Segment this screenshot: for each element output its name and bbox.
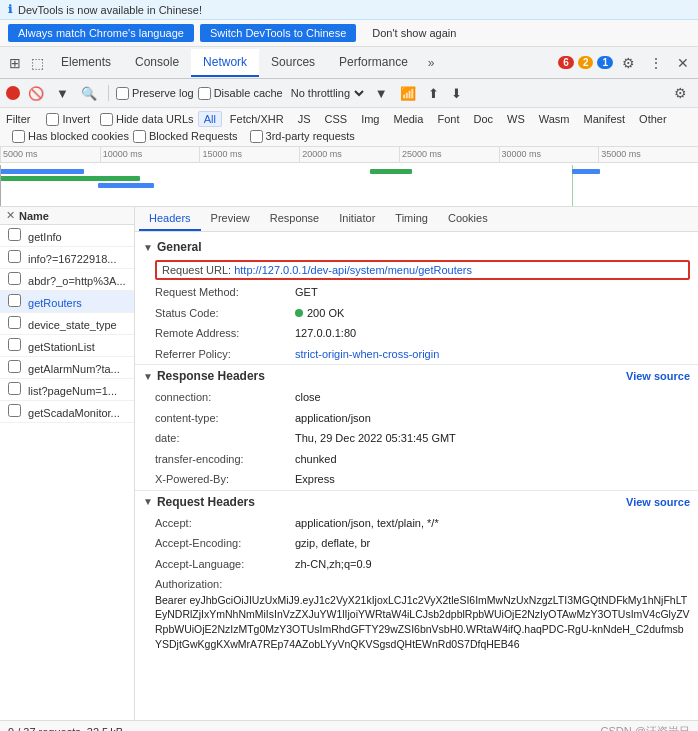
clear-button[interactable]: 🚫 (24, 85, 48, 102)
upload-icon[interactable]: ⬆ (424, 85, 443, 102)
detail-tab-response[interactable]: Response (260, 207, 330, 231)
more-options-icon[interactable]: ⋮ (644, 53, 668, 73)
tick-5: 25000 ms (399, 147, 499, 162)
search-button[interactable]: 🔍 (77, 85, 101, 102)
filter-type-manifest[interactable]: Manifest (578, 111, 632, 127)
general-section-header[interactable]: ▼ General (135, 236, 698, 258)
request-item-info[interactable]: info?=16722918... (0, 247, 134, 269)
request-item-getAlarmNum[interactable]: getAlarmNum?ta... (0, 357, 134, 379)
filter-type-doc[interactable]: Doc (467, 111, 499, 127)
message-badge: 1 (597, 56, 613, 69)
invert-label[interactable]: Invert (46, 113, 90, 126)
remote-address-value: 127.0.0.1:80 (295, 325, 356, 342)
request-checkbox-getStationList[interactable] (8, 338, 21, 351)
resp-content-type-val: application/json (295, 410, 371, 427)
response-headers-view-source[interactable]: View source (626, 370, 690, 382)
devtools-icon-2[interactable]: ⬚ (26, 53, 49, 73)
third-party-label[interactable]: 3rd-party requests (250, 130, 355, 143)
resp-x-powered-by-val: Express (295, 471, 335, 488)
filter-type-img[interactable]: Img (355, 111, 385, 127)
referrer-policy-row: Referrer Policy: strict-origin-when-cros… (135, 344, 698, 365)
request-list-panel: ✕ Name getInfo info?=16722918... abdr?_o… (0, 207, 135, 720)
download-icon[interactable]: ⬇ (447, 85, 466, 102)
detail-tab-initiator[interactable]: Initiator (329, 207, 385, 231)
request-method-key: Request Method: (155, 284, 295, 301)
preserve-log-checkbox[interactable] (116, 87, 129, 100)
record-button[interactable] (6, 86, 20, 100)
invert-checkbox[interactable] (46, 113, 59, 126)
request-item-list[interactable]: list?pageNum=1... (0, 379, 134, 401)
request-item-getRouters[interactable]: getRouters (0, 291, 134, 313)
request-headers-view-source[interactable]: View source (626, 496, 690, 508)
tick-6: 30000 ms (499, 147, 599, 162)
request-item-getInfo[interactable]: getInfo (0, 225, 134, 247)
close-icon[interactable]: ✕ (672, 53, 694, 73)
tick-7: 35000 ms (598, 147, 698, 162)
request-checkbox-getAlarmNum[interactable] (8, 360, 21, 373)
preserve-log-label[interactable]: Preserve log (116, 87, 194, 100)
filter-type-media[interactable]: Media (387, 111, 429, 127)
dont-show-again-button[interactable]: Don't show again (362, 24, 466, 42)
filter-type-font[interactable]: Font (431, 111, 465, 127)
close-panel-button[interactable]: ✕ (6, 209, 15, 222)
request-headers-section-header[interactable]: ▼ Request Headers View source (135, 491, 698, 513)
blocked-requests-label[interactable]: Blocked Requests (133, 130, 238, 143)
request-item-abdr[interactable]: abdr?_o=http%3A... (0, 269, 134, 291)
wifi-icon[interactable]: 📶 (396, 85, 420, 102)
devtools-icon-1[interactable]: ⊞ (4, 53, 26, 73)
settings-icon[interactable]: ⚙ (617, 53, 640, 73)
status-code-key: Status Code: (155, 305, 295, 322)
filter-type-other[interactable]: Other (633, 111, 673, 127)
hide-data-urls-checkbox[interactable] (100, 113, 113, 126)
settings-network-icon[interactable]: ⚙ (669, 83, 692, 103)
timeline-bar-2 (0, 176, 140, 181)
req-authorization-key: Authorization: (155, 576, 295, 593)
request-checkbox-getInfo[interactable] (8, 228, 21, 241)
request-item-getStationList[interactable]: getStationList (0, 335, 134, 357)
tab-performance[interactable]: Performance (327, 49, 420, 77)
filter-icon[interactable]: ▼ (52, 85, 73, 102)
tab-elements[interactable]: Elements (49, 49, 123, 77)
filter-type-wasm[interactable]: Wasm (533, 111, 576, 127)
filter-type-all[interactable]: All (198, 111, 222, 127)
filter-type-css[interactable]: CSS (319, 111, 354, 127)
request-checkbox-getRouters[interactable] (8, 294, 21, 307)
request-item-getScadaMonitor[interactable]: getScadaMonitor... (0, 401, 134, 423)
filter-type-fetchxhr[interactable]: Fetch/XHR (224, 111, 290, 127)
disable-cache-label[interactable]: Disable cache (198, 87, 283, 100)
request-checkbox-list[interactable] (8, 382, 21, 395)
network-timeline: 5000 ms 10000 ms 15000 ms 20000 ms 25000… (0, 147, 698, 207)
tab-network[interactable]: Network (191, 49, 259, 77)
switch-devtools-language-button[interactable]: Switch DevTools to Chinese (200, 24, 356, 42)
filter-type-ws[interactable]: WS (501, 111, 531, 127)
request-checkbox-info[interactable] (8, 250, 21, 263)
resp-connection-key: connection: (155, 389, 295, 406)
resp-content-type-key: content-type: (155, 410, 295, 427)
network-toolbar: 🚫 ▼ 🔍 Preserve log Disable cache No thro… (0, 79, 698, 108)
info-icon: ℹ (8, 3, 12, 16)
match-language-button[interactable]: Always match Chrome's language (8, 24, 194, 42)
response-headers-section-header[interactable]: ▼ Response Headers View source (135, 365, 698, 387)
filter-type-js[interactable]: JS (292, 111, 317, 127)
request-checkbox-abdr[interactable] (8, 272, 21, 285)
tab-sources[interactable]: Sources (259, 49, 327, 77)
request-item-device-state[interactable]: device_state_type (0, 313, 134, 335)
throttle-dropdown-icon[interactable]: ▼ (371, 85, 392, 102)
detail-tab-cookies[interactable]: Cookies (438, 207, 498, 231)
disable-cache-checkbox[interactable] (198, 87, 211, 100)
tab-console[interactable]: Console (123, 49, 191, 77)
detail-tab-headers[interactable]: Headers (139, 207, 201, 231)
status-green-dot (295, 309, 303, 317)
blocked-cookies-checkbox[interactable] (12, 130, 25, 143)
request-checkbox-device-state[interactable] (8, 316, 21, 329)
blocked-cookies-label[interactable]: Has blocked cookies (12, 130, 129, 143)
third-party-checkbox[interactable] (250, 130, 263, 143)
throttle-select[interactable]: No throttling (287, 86, 367, 100)
detail-tab-preview[interactable]: Preview (201, 207, 260, 231)
request-method-value: GET (295, 284, 318, 301)
blocked-requests-checkbox[interactable] (133, 130, 146, 143)
tab-more[interactable]: » (420, 50, 443, 76)
hide-data-urls-label[interactable]: Hide data URLs (100, 113, 194, 126)
request-checkbox-getScadaMonitor[interactable] (8, 404, 21, 417)
detail-tab-timing[interactable]: Timing (385, 207, 438, 231)
